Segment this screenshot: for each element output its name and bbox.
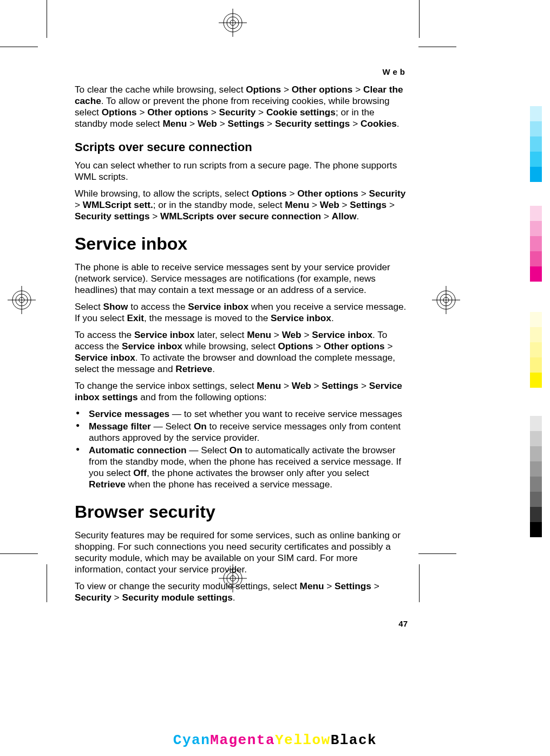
paragraph: The phone is able to receive service mes…	[75, 262, 408, 296]
crop-mark	[418, 47, 456, 47]
yellow-label: Yellow	[275, 732, 331, 748]
crop-mark	[0, 47, 38, 47]
paragraph: You can select whether to run scripts fr…	[75, 160, 408, 183]
paragraph: While browsing, to allow the scripts, se…	[75, 188, 408, 222]
colorbar-gray	[530, 416, 542, 537]
page-content: Web To clear the cache while browsing, s…	[75, 67, 408, 628]
page-header: Web	[75, 67, 408, 76]
crop-mark	[47, 0, 47, 38]
paragraph: To change the service inbox settings, se…	[75, 380, 408, 403]
crop-mark	[418, 553, 456, 554]
heading-scripts: Scripts over secure connection	[75, 140, 408, 154]
registration-mark-icon	[432, 286, 460, 314]
magenta-label: Magenta	[210, 732, 275, 748]
list-item: Message filter — Select On to receive se…	[75, 421, 408, 444]
colorbar-cyan	[530, 106, 542, 182]
heading-browser-security: Browser security	[75, 502, 408, 522]
heading-service-inbox: Service inbox	[75, 234, 408, 254]
crop-mark	[47, 564, 47, 602]
paragraph: To view or change the security module se…	[75, 581, 408, 603]
list-item: Service messages — to set whether you wa…	[75, 408, 408, 420]
bullet-list: Service messages — to set whether you wa…	[75, 408, 408, 490]
cyan-label: Cyan	[173, 732, 210, 748]
crop-mark	[419, 0, 420, 38]
registration-mark-icon	[8, 286, 36, 314]
colorbar-yellow	[530, 312, 542, 388]
black-label: Black	[331, 732, 377, 748]
crop-mark	[0, 553, 38, 554]
list-item: Automatic connection — Select On to auto…	[75, 445, 408, 490]
paragraph: Select Show to access the Service inbox …	[75, 301, 408, 324]
paragraph: To clear the cache while browsing, selec…	[75, 84, 408, 129]
paragraph: Security features may be required for so…	[75, 530, 408, 575]
cmyk-footer: CyanMagentaYellowBlack	[0, 732, 550, 748]
colorbar-magenta	[530, 206, 542, 282]
page-number: 47	[75, 619, 408, 628]
paragraph: To access the Service inbox later, selec…	[75, 329, 408, 375]
registration-mark-icon	[219, 9, 247, 37]
crop-mark	[419, 564, 420, 602]
